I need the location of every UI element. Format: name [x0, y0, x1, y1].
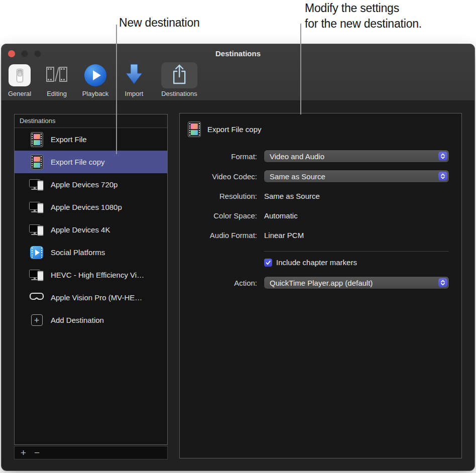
destinations-preferences-window: Destinations General: [2, 44, 474, 470]
destinations-sidebar: Destinations Export File Export File cop…: [14, 114, 168, 445]
sidebar-item-export-file-copy[interactable]: Export File copy: [15, 151, 167, 173]
include-chapter-markers-checkbox[interactable]: [264, 259, 272, 267]
chevron-up-down-icon: [438, 278, 447, 287]
section-divider: [264, 251, 449, 252]
format-popup[interactable]: Video and Audio: [264, 150, 449, 162]
devices-icon: [29, 178, 44, 191]
panel-title: Export File copy: [207, 125, 262, 134]
film-strip-icon: [188, 122, 201, 137]
sidebar-bottom-bar: + −: [14, 446, 168, 459]
sidebar-item-apple-devices-720p[interactable]: Apple Devices 720p: [15, 173, 167, 196]
panel-header: Export File copy: [188, 122, 262, 137]
resolution-label: Resolution:: [188, 192, 257, 200]
destination-settings-panel: Export File copy Format: Video and Audio…: [179, 113, 462, 458]
chevron-up-down-icon: [438, 172, 447, 181]
devices-icon: [29, 201, 44, 214]
add-box-icon: +: [31, 314, 43, 326]
down-arrow-icon: [125, 63, 144, 87]
sidebar-item-add-destination[interactable]: + Add Destination: [15, 309, 167, 331]
video-codec-popup[interactable]: Same as Source: [264, 170, 449, 182]
callout-modify-line1: Modify the settings: [305, 1, 422, 16]
video-codec-label: Video Codec:: [188, 172, 257, 181]
share-icon: [170, 63, 188, 87]
vision-pro-icon: [29, 292, 44, 303]
film-strip-icon: [31, 132, 43, 147]
social-film-icon: [30, 246, 43, 259]
toolbar-item-destinations[interactable]: Destinations: [161, 62, 197, 97]
callout-modify-line2: for the new destination.: [305, 16, 422, 32]
callout-line-new-destination: [116, 25, 117, 154]
film-strips-icon: [45, 64, 69, 87]
sidebar-header: Destinations: [15, 114, 167, 128]
callout-modify-settings: Modify the settings for the new destinat…: [305, 1, 422, 32]
action-label: Action:: [188, 279, 257, 287]
callout-line-modify-settings: [300, 24, 301, 114]
action-popup[interactable]: QuickTime Player.app (default): [264, 277, 449, 289]
toolbar-item-import[interactable]: Import: [117, 62, 151, 97]
audio-format-label: Audio Format:: [188, 231, 257, 240]
toolbar-item-general[interactable]: General: [2, 62, 38, 97]
sidebar-item-hevc[interactable]: HEVC - High Efficiency Vi…: [15, 264, 167, 286]
window-title: Destinations: [2, 49, 474, 58]
callout-new-destination: New destination: [119, 15, 200, 31]
devices-icon: [29, 223, 44, 236]
sidebar-item-export-file[interactable]: Export File: [15, 128, 167, 151]
sidebar-item-apple-devices-4k[interactable]: Apple Devices 4K: [15, 218, 167, 241]
general-toggle-icon: [9, 64, 31, 86]
sidebar-item-apple-devices-1080p[interactable]: Apple Devices 1080p: [15, 196, 167, 218]
film-strip-icon: [31, 155, 43, 170]
toolbar-item-editing[interactable]: Editing: [38, 62, 76, 97]
remove-destination-button[interactable]: −: [34, 448, 40, 457]
format-label: Format:: [188, 152, 257, 161]
play-circle-icon: [84, 64, 106, 86]
chevron-up-down-icon: [438, 152, 447, 161]
sidebar-item-social-platforms[interactable]: Social Platforms: [15, 241, 167, 264]
toolbar-item-playback[interactable]: Playback: [77, 62, 113, 97]
color-space-value: Automatic: [264, 211, 298, 220]
audio-format-value: Linear PCM: [264, 231, 304, 240]
color-space-label: Color Space:: [188, 211, 257, 220]
devices-icon: [29, 269, 44, 282]
resolution-value: Same as Source: [264, 192, 320, 200]
include-chapter-markers-label: Include chapter markers: [276, 258, 357, 267]
add-destination-button[interactable]: +: [21, 448, 26, 457]
sidebar-item-apple-vision-pro[interactable]: Apple Vision Pro (MV-HE…: [15, 286, 167, 309]
include-chapter-markers-row: Include chapter markers: [264, 258, 474, 267]
titlebar-toolbar: Destinations General: [2, 44, 474, 101]
